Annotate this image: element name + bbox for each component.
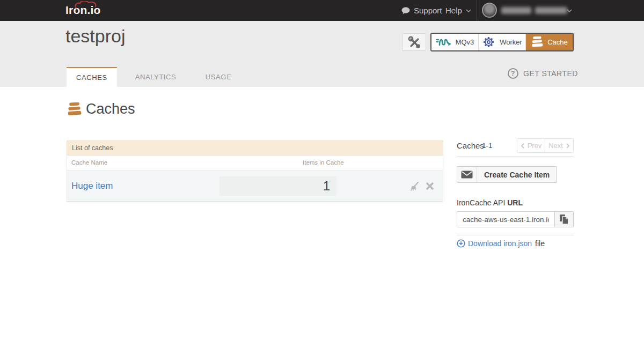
caches-count-label: Caches: [457, 141, 484, 150]
service-label: Cache: [547, 38, 568, 46]
download-suffix: file: [535, 239, 545, 248]
get-started-label: GET STARTED: [523, 69, 578, 78]
caches-stack-icon: [67, 102, 82, 116]
page-heading: Caches: [67, 101, 135, 117]
tab-analytics[interactable]: ANALYTICS: [117, 67, 194, 87]
chat-bubble-icon: [401, 7, 410, 14]
sidebar-divider: [457, 156, 574, 157]
gear-icon: [482, 35, 495, 49]
service-worker-button[interactable]: Worker: [479, 34, 526, 50]
cache-stack-icon: [531, 36, 543, 48]
support-label: Support: [414, 6, 442, 15]
top-bar: Iron.io Support Help: [0, 0, 644, 21]
service-switcher: MQv3 Worker: [430, 33, 574, 51]
question-circle-icon: ?: [508, 68, 518, 79]
table-header-row: Cache Name Items in Cache: [67, 155, 443, 171]
column-cache-name: Cache Name: [67, 159, 107, 166]
api-url-input-row: [457, 211, 574, 227]
download-iron-json-link[interactable]: Download iron.json: [468, 239, 532, 248]
get-started-link[interactable]: ? GET STARTED: [508, 68, 578, 79]
delete-cache-icon[interactable]: [426, 182, 434, 190]
prev-label: Prev: [528, 142, 542, 150]
project-settings-button[interactable]: [402, 33, 426, 51]
user-name-redacted[interactable]: [501, 7, 567, 14]
service-label: MQv3: [456, 38, 474, 46]
tab-usage[interactable]: USAGE: [194, 67, 243, 87]
ironio-dashboard: Iron.io Support Help testproj: [0, 0, 644, 355]
prev-button[interactable]: Prev: [517, 139, 545, 152]
support-link[interactable]: Support: [401, 0, 442, 21]
api-url-label-text: IronCache API: [457, 198, 505, 207]
items-in-cache-value: 1: [219, 176, 336, 196]
project-header: testproj MQv3: [0, 21, 644, 87]
copy-icon: [559, 214, 569, 225]
service-label: Worker: [500, 38, 522, 46]
chevron-left-icon: [521, 143, 525, 149]
api-url-input[interactable]: [457, 211, 554, 227]
panel-title: List of caches: [67, 140, 443, 156]
pager: Prev Next: [517, 138, 574, 153]
next-label: Next: [548, 142, 563, 150]
column-items-in-cache: Items in Cache: [303, 159, 344, 166]
service-cache-button[interactable]: Cache: [526, 34, 573, 50]
sidebar-divider: [457, 235, 574, 235]
chevron-down-icon: [466, 9, 471, 12]
tools-icon: [407, 35, 421, 49]
mq-waves-icon: [436, 36, 451, 48]
next-button[interactable]: Next: [545, 139, 573, 152]
envelope-icon: [457, 167, 477, 182]
api-url-label: IronCache API URL: [457, 198, 523, 207]
help-menu[interactable]: Help: [445, 0, 471, 21]
create-cache-item-button[interactable]: Create Cache Item: [457, 166, 557, 183]
project-tabs: CACHES ANALYTICS USAGE: [67, 67, 243, 87]
download-row: Download iron.json file: [457, 239, 545, 248]
create-cache-item-label: Create Cache Item: [477, 167, 557, 182]
user-menu-chevron-down-icon[interactable]: [567, 9, 572, 12]
project-title: testproj: [65, 26, 126, 47]
table-row: Huge item 1: [67, 171, 443, 202]
ironio-logo[interactable]: Iron.io: [65, 4, 101, 17]
help-label: Help: [445, 6, 462, 15]
user-avatar[interactable]: [482, 3, 497, 18]
tab-caches[interactable]: CACHES: [67, 67, 117, 87]
clear-cache-broom-icon[interactable]: [409, 182, 419, 191]
caches-panel: List of caches Cache Name Items in Cache…: [67, 140, 443, 202]
pagination-row: Caches 1-1 Prev Next: [457, 138, 574, 153]
logo-cloud-icon: [74, 1, 100, 9]
topbar-divider: [477, 0, 477, 21]
chevron-right-icon: [566, 143, 570, 149]
caches-range: 1-1: [482, 142, 493, 150]
copy-url-button[interactable]: [554, 211, 574, 227]
service-mqv3-button[interactable]: MQv3: [431, 34, 479, 50]
cache-name-link[interactable]: Huge item: [71, 181, 113, 191]
api-url-label-bold: URL: [507, 198, 523, 207]
page-title: Caches: [86, 101, 135, 117]
download-circle-icon[interactable]: [457, 239, 465, 248]
